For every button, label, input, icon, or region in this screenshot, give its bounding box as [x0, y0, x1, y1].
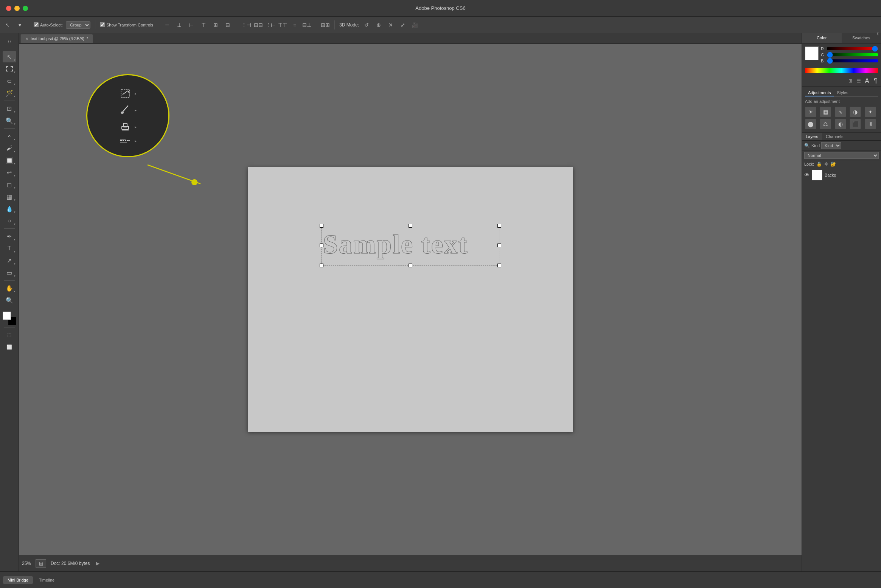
kind-select[interactable]: Kind	[821, 142, 841, 149]
move-tool-arrow[interactable]: ▾	[15, 20, 24, 29]
eyedropper-tool[interactable]: 🔍 ▾	[3, 115, 16, 126]
collapse-panel-btn[interactable]: ⟪	[875, 33, 881, 39]
list-icon-btn[interactable]: ☰	[855, 77, 863, 85]
handle-tc[interactable]	[409, 224, 412, 228]
dodge-tool[interactable]: ○ ▾	[3, 215, 16, 227]
blur-tool[interactable]: 💧 ▾	[3, 203, 16, 214]
channelmix-adj-btn[interactable]: 🎛	[865, 119, 876, 129]
3d-scale-btn[interactable]: ⤢	[398, 20, 407, 29]
gradient-tool[interactable]: ▦ ▾	[3, 191, 16, 202]
zoom-preview-btn[interactable]: ▤	[36, 559, 46, 568]
adj-tab-adjustments[interactable]: Adjustments	[805, 90, 834, 96]
dist-bottom-btn[interactable]: ⊟⊥	[302, 20, 311, 29]
dist-right-btn[interactable]: ⋮⊢	[266, 20, 275, 29]
window-controls[interactable]	[6, 6, 28, 11]
history-brush-tool[interactable]: ↩ ▾	[3, 167, 16, 178]
auto-select-checkbox[interactable]	[34, 22, 39, 27]
shape-tool[interactable]: ▭ ▾	[3, 267, 16, 278]
foreground-color-swatch[interactable]	[3, 312, 11, 320]
quick-select-tool[interactable]: 🪄 ▾	[3, 87, 16, 99]
3d-rotate-btn[interactable]: ↺	[362, 20, 371, 29]
dist-top-btn[interactable]: ⊤⊤	[278, 20, 287, 29]
red-slider[interactable]	[827, 47, 878, 50]
para-btn[interactable]: ¶	[871, 77, 879, 85]
search-icon: 🔍	[804, 143, 810, 148]
pen-tool[interactable]: ✒ ▾	[3, 231, 16, 242]
tool-sep-3	[4, 228, 15, 229]
show-transform-checkbox[interactable]	[100, 22, 105, 27]
lock-position-icon[interactable]: ✥	[824, 161, 828, 167]
lasso-tool[interactable]: ⊂ ▾	[3, 75, 16, 87]
text-tool[interactable]: T ▾	[3, 243, 16, 254]
layers-tab-layers[interactable]: Layers	[802, 133, 822, 140]
move-tool-btn[interactable]: ↖	[3, 20, 12, 29]
spot-heal-tool[interactable]: ⚬ ▾	[3, 130, 16, 142]
dist-center-btn[interactable]: ⊟⊟	[254, 20, 263, 29]
tab-color[interactable]: Color	[802, 33, 842, 43]
hsl-adj-btn[interactable]: ⬤	[805, 119, 816, 129]
grid-icon-btn[interactable]: ⊞	[846, 77, 855, 85]
layers-tab-channels[interactable]: Channels	[822, 133, 847, 140]
group-select[interactable]: Group	[66, 21, 90, 29]
align-top-btn[interactable]: ⊤	[199, 20, 208, 29]
blend-mode-select[interactable]: Normal	[804, 152, 879, 159]
timeline-tab[interactable]: Timeline	[34, 576, 59, 584]
expand-panel-btn[interactable]: ⟨⟩	[3, 36, 16, 47]
clone-stamp-tool[interactable]: 🔲 ▾	[3, 155, 16, 166]
3d-pan-btn[interactable]: ⊕	[374, 20, 383, 29]
close-button[interactable]	[6, 6, 11, 11]
align-right-btn[interactable]: ⊢	[187, 20, 196, 29]
blue-slider[interactable]	[827, 59, 878, 62]
path-select-tool[interactable]: ↗ ▾	[3, 255, 16, 266]
hand-tool[interactable]: ✋ ▾	[3, 282, 16, 294]
align-left-btn[interactable]: ⊣	[163, 20, 172, 29]
photofilter-adj-btn[interactable]: ⬛	[850, 119, 861, 129]
green-slider[interactable]	[827, 53, 878, 56]
titlebar: Adobe Photoshop CS6	[0, 0, 881, 17]
fg-swatch-display[interactable]	[805, 47, 819, 60]
mini-bridge-tab[interactable]: Mini Bridge	[3, 576, 33, 584]
dist-left-btn[interactable]: ⋮⊣	[242, 20, 251, 29]
color-rainbow-bar[interactable]	[805, 68, 878, 73]
handle-tl[interactable]	[320, 224, 323, 228]
color-swatch-area[interactable]	[3, 312, 16, 325]
3d-camera-btn[interactable]: 🎥	[410, 20, 420, 29]
handle-bc[interactable]	[409, 264, 412, 267]
brush-tool[interactable]: 🖌 ▾	[3, 143, 16, 154]
bw-adj-btn[interactable]: ◐	[835, 119, 846, 129]
arrange-btn[interactable]: ⊞⊞	[321, 20, 330, 29]
crop-tool[interactable]: ⊡ ▾	[3, 103, 16, 114]
handle-mr[interactable]	[497, 244, 501, 247]
vibrance-adj-btn[interactable]: ✦	[865, 107, 876, 117]
minimize-button[interactable]	[14, 6, 20, 11]
lock-pixels-icon[interactable]: 🔒	[816, 161, 822, 167]
move-tool[interactable]: ↖ ▾	[3, 51, 16, 62]
handle-br[interactable]	[497, 264, 501, 267]
exposure-adj-btn[interactable]: ◑	[850, 107, 861, 117]
status-arrow-btn[interactable]: ▶	[94, 560, 101, 567]
lock-all-icon[interactable]: 🔐	[830, 161, 836, 167]
layer-visibility-icon[interactable]: 👁	[804, 172, 810, 178]
align-bottom-btn[interactable]: ⊟	[223, 20, 232, 29]
close-tab-btn[interactable]: ✕	[25, 37, 28, 41]
levels-adj-btn[interactable]: ▦	[820, 107, 831, 117]
layer-item-background[interactable]: 👁 Backg	[802, 168, 881, 182]
zoom-tool[interactable]: 🔍	[3, 295, 16, 306]
align-middle-btn[interactable]: ⊞	[211, 20, 220, 29]
dist-middle-btn[interactable]: ≡	[290, 20, 299, 29]
ai-text-btn[interactable]: A	[863, 77, 871, 85]
maximize-button[interactable]	[23, 6, 28, 11]
eraser-tool[interactable]: ◻ ▾	[3, 179, 16, 190]
adj-tab-styles[interactable]: Styles	[834, 90, 851, 96]
quick-mask-btn[interactable]: ⬚	[3, 329, 16, 341]
screen-mode-btn[interactable]: ⬜	[3, 341, 16, 353]
colorbalance-adj-btn[interactable]: ⚖	[820, 119, 831, 129]
curves-adj-btn[interactable]: ∿	[835, 107, 846, 117]
align-center-btn[interactable]: ⊥	[175, 20, 184, 29]
3d-slide-btn[interactable]: ✕	[386, 20, 395, 29]
marquee-tool[interactable]: ▾	[3, 63, 16, 74]
brightness-adj-btn[interactable]: ☀	[805, 107, 816, 117]
document-tab[interactable]: ✕ text tool.psd @ 25% (RGB/8) *	[20, 34, 93, 43]
handle-bl[interactable]	[320, 264, 323, 267]
handle-tr[interactable]	[497, 224, 501, 228]
